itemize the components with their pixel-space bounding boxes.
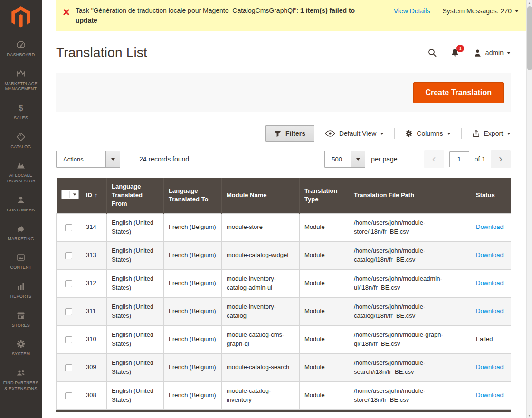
sidebar-item-reports[interactable]: REPORTS xyxy=(0,276,42,305)
pagination: ‹ of 1 › xyxy=(424,150,511,168)
table-row[interactable]: 311 English (United States) French (Belg… xyxy=(57,297,511,325)
status-link[interactable]: Download xyxy=(476,223,504,230)
notification-bar: Task "Génération de traduction locale po… xyxy=(56,0,526,31)
cell-module-name: module-catalog-cms-graph-ql xyxy=(222,325,300,353)
cell-module-name: module-store xyxy=(222,213,300,241)
status-link: Failed xyxy=(476,335,493,342)
status-link[interactable]: Download xyxy=(476,391,504,399)
cell-file-path: /home/users/john/module-graph-ql/i18n/fr… xyxy=(349,325,471,353)
stores-icon xyxy=(16,310,26,321)
cell-file-path: /home/users/john/module-store/i18n/fr_BE… xyxy=(349,381,471,409)
row-checkbox[interactable] xyxy=(65,308,72,315)
cell-id: 310 xyxy=(81,325,107,353)
table-row[interactable]: 312 English (United States) French (Belg… xyxy=(57,269,511,297)
sidebar-item-marketing[interactable]: MARKETING xyxy=(0,218,42,247)
cell-translation-type: Module xyxy=(300,381,349,409)
sidebar-item-system[interactable]: SYSTEM xyxy=(0,333,42,362)
marketplace-icon xyxy=(16,68,26,79)
header-module-name[interactable]: Module Name xyxy=(222,178,300,213)
vertical-scrollbar[interactable]: ▲ ▼ xyxy=(526,0,532,418)
cell-language-to: French (Belgium) xyxy=(164,297,222,325)
cell-language-from: English (United States) xyxy=(107,269,164,297)
cell-id: 308 xyxy=(81,381,107,409)
select-all-checkbox[interactable] xyxy=(63,191,70,198)
table-footer-strip xyxy=(56,410,511,412)
chevron-down-icon xyxy=(507,133,511,135)
sidebar-item-catalog[interactable]: CATALOG xyxy=(0,126,42,155)
sidebar-item-dashboard[interactable]: DASHBOARD xyxy=(0,34,42,63)
table-row[interactable]: 314 English (United States) French (Belg… xyxy=(57,213,511,241)
view-switcher[interactable]: Default View xyxy=(325,130,384,137)
notifications-button[interactable]: 1 xyxy=(450,48,460,57)
sidebar-item-customers[interactable]: CUSTOMERS xyxy=(0,190,42,218)
admin-user-menu[interactable]: admin xyxy=(473,48,511,57)
sidebar-item-ai-locale-translator[interactable]: AI LOCALE TRANSLATOR xyxy=(0,155,42,189)
translations-table: ID↑ Language Translated From Language Tr… xyxy=(56,178,511,410)
columns-control[interactable]: Columns xyxy=(405,130,450,137)
page-actions-band: Create Translation xyxy=(56,73,511,112)
row-checkbox[interactable] xyxy=(65,364,72,371)
header-translation-type[interactable]: Translation Type xyxy=(300,178,349,213)
row-checkbox[interactable] xyxy=(65,280,72,287)
next-page-button[interactable]: › xyxy=(491,150,511,168)
cell-file-path: /home/users/john/module-search/i18n/fr_B… xyxy=(349,353,471,381)
eye-icon xyxy=(325,130,335,137)
header-file-path[interactable]: Translation File Path xyxy=(349,178,471,213)
sidebar-item-sales[interactable]: $ SALES xyxy=(0,97,42,126)
sidebar-item-content[interactable]: CONTENT xyxy=(0,247,42,276)
status-link[interactable]: Download xyxy=(476,251,504,258)
scroll-up-arrow[interactable]: ▲ xyxy=(527,0,532,6)
gear-icon xyxy=(405,130,413,137)
partners-icon xyxy=(16,368,26,378)
header-id[interactable]: ID↑ xyxy=(81,178,107,213)
cell-file-path: /home/users/john/module-catalog/i18n/fr_… xyxy=(349,297,471,325)
row-checkbox[interactable] xyxy=(65,336,72,343)
filters-button[interactable]: Filters xyxy=(265,125,314,142)
table-row[interactable]: 309 English (United States) French (Belg… xyxy=(57,353,511,381)
sidebar-item-find-partners[interactable]: FIND PARTNERS & EXTENSIONS xyxy=(0,362,42,397)
main-content: Task "Génération de traduction locale po… xyxy=(42,0,526,412)
scroll-down-arrow[interactable]: ▼ xyxy=(527,412,532,418)
cell-language-to: French (Belgium) xyxy=(164,269,222,297)
select-all-checkbox-dropdown[interactable] xyxy=(61,190,79,199)
system-messages-toggle[interactable]: System Messages: 270 xyxy=(442,7,519,15)
sidebar-item-stores[interactable]: STORES xyxy=(0,305,42,334)
view-details-link[interactable]: View Details xyxy=(394,7,430,15)
row-checkbox[interactable] xyxy=(65,392,72,399)
cell-language-to: French (Belgium) xyxy=(164,325,222,353)
magento-logo[interactable] xyxy=(0,0,42,34)
per-page-select[interactable]: 500 xyxy=(324,151,365,168)
status-link[interactable]: Download xyxy=(476,307,504,314)
cell-module-name: module-inventory-catalog xyxy=(222,297,300,325)
row-checkbox[interactable] xyxy=(65,252,72,259)
status-link[interactable]: Download xyxy=(476,279,504,286)
header-status[interactable]: Status xyxy=(471,178,511,213)
page-number-input[interactable] xyxy=(449,151,469,167)
table-row[interactable]: 313 English (United States) French (Belg… xyxy=(57,241,511,269)
table-row[interactable]: 310 English (United States) French (Belg… xyxy=(57,325,511,353)
chevron-down-icon xyxy=(73,194,76,196)
scrollbar-thumb[interactable] xyxy=(527,6,532,70)
create-translation-button[interactable]: Create Translation xyxy=(413,82,504,103)
user-name: admin xyxy=(485,49,504,57)
per-page-select-toggle[interactable] xyxy=(351,151,365,167)
sidebar-item-marketplace-management[interactable]: MARKETPLACE MANAGEMENT xyxy=(0,63,42,97)
header-language-to[interactable]: Language Translated To xyxy=(164,178,222,213)
error-icon xyxy=(63,9,70,18)
toolbar-divider xyxy=(394,128,395,139)
table-row[interactable]: 308 English (United States) French (Belg… xyxy=(57,381,511,409)
select-all-header[interactable] xyxy=(57,178,81,213)
export-control[interactable]: Export xyxy=(472,130,511,138)
filter-funnel-icon xyxy=(274,130,281,137)
header-language-from[interactable]: Language Translated From xyxy=(107,178,164,213)
magento-logo-icon xyxy=(11,6,30,28)
row-checkbox[interactable] xyxy=(65,224,72,231)
prev-page-button[interactable]: ‹ xyxy=(424,150,444,168)
global-search-button[interactable] xyxy=(428,48,437,57)
status-link[interactable]: Download xyxy=(476,363,504,370)
cell-module-name: module-inventory-catalog-admin-ui xyxy=(222,269,300,297)
actions-select-toggle[interactable] xyxy=(105,151,120,167)
customers-icon xyxy=(16,195,26,205)
cell-language-from: English (United States) xyxy=(107,297,164,325)
actions-select[interactable]: Actions xyxy=(56,151,120,168)
